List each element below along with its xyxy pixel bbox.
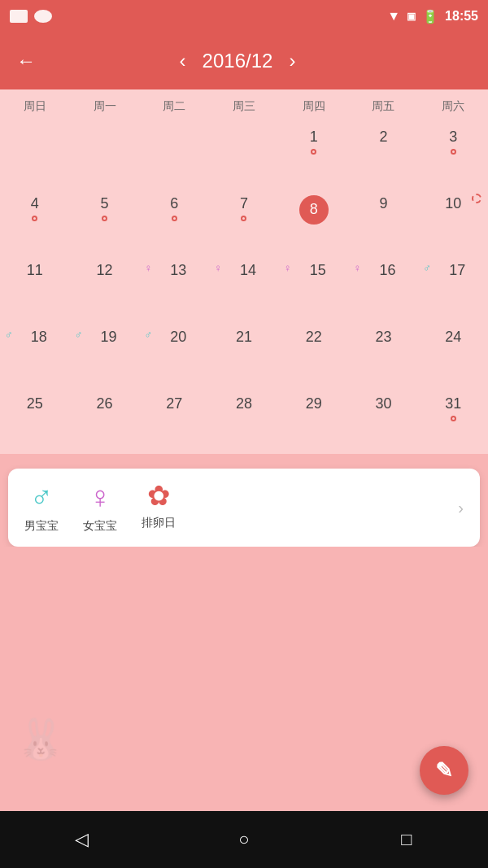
cal-cell-24[interactable]: 24 <box>418 321 488 387</box>
legend-arrow[interactable]: › <box>458 499 464 517</box>
cal-cell-13[interactable]: ♀ 13 <box>139 254 209 321</box>
cal-cell-2[interactable]: 2 <box>349 120 419 187</box>
cal-cell-21[interactable]: 21 <box>209 321 279 387</box>
date-11: 11 <box>27 262 43 280</box>
cal-cell-11[interactable]: 11 <box>0 254 70 321</box>
day-header-mon: 周一 <box>70 96 140 117</box>
date-21: 21 <box>236 329 252 347</box>
cal-cell-26[interactable]: 26 <box>70 387 140 454</box>
day-header-wed: 周三 <box>209 96 279 117</box>
female-icon-14: ♀ <box>214 262 222 274</box>
cal-cell-29[interactable]: 29 <box>279 387 349 454</box>
status-right: ▼ ▣ 🔋 18:55 <box>387 9 478 24</box>
cal-cell-18[interactable]: ♂ 18 <box>0 321 70 387</box>
calendar-header: ← ‹ 2016/12 › <box>0 33 488 89</box>
date-15: 15 <box>310 262 326 280</box>
date-3: 3 <box>449 129 457 146</box>
male-legend-label: 男宝宝 <box>24 519 59 534</box>
date-24: 24 <box>445 329 461 347</box>
female-icon-13: ♀ <box>144 262 152 274</box>
date-10: 10 <box>445 195 461 213</box>
status-icons <box>10 10 52 23</box>
cal-cell-16[interactable]: ♀ 16 <box>349 254 419 321</box>
male-legend-icon: ♂ <box>30 482 54 513</box>
back-nav-button[interactable]: ◁ <box>65 823 98 856</box>
legend-female[interactable]: ♀ 女宝宝 <box>83 482 117 534</box>
next-month-button[interactable]: › <box>289 50 295 72</box>
edit-icon: ✎ <box>435 758 453 783</box>
date-1: 1 <box>310 129 318 146</box>
prev-month-button[interactable]: ‹ <box>180 50 186 72</box>
app-icon <box>34 10 52 23</box>
cal-cell-23[interactable]: 23 <box>349 321 419 387</box>
dot-1 <box>311 149 316 155</box>
date-30: 30 <box>375 395 391 413</box>
female-legend-label: 女宝宝 <box>83 519 117 534</box>
cal-cell-5[interactable]: 5 <box>70 187 140 254</box>
dot-6 <box>172 216 177 221</box>
wifi-icon: ▼ <box>387 9 400 24</box>
date-2: 2 <box>379 129 387 146</box>
back-button[interactable]: ← <box>16 50 36 72</box>
cal-cell-14[interactable]: ♀ 14 <box>209 254 279 321</box>
dot-4 <box>32 216 37 221</box>
male-icon-18: ♂ <box>5 329 13 341</box>
cal-cell-27[interactable]: 27 <box>139 387 209 454</box>
date-26: 26 <box>97 395 113 413</box>
cal-cell-31[interactable]: 31 <box>418 387 488 454</box>
cal-cell-19[interactable]: ♂ 19 <box>70 321 140 387</box>
signal-icon: ▣ <box>407 11 416 22</box>
home-nav-button[interactable]: ○ <box>228 823 260 856</box>
time-display: 18:55 <box>445 9 478 24</box>
cal-cell-3[interactable]: 3 <box>418 120 488 187</box>
cal-cell-12[interactable]: 12 <box>70 254 140 321</box>
cal-cell-25[interactable]: 25 <box>0 387 70 454</box>
cal-cell-9[interactable]: 9 <box>349 187 419 254</box>
bottom-nav: ◁ ○ □ <box>0 811 488 868</box>
dot-3 <box>451 149 456 155</box>
legend-ovulation[interactable]: ✿ 排卵日 <box>142 482 176 534</box>
cal-cell-4[interactable]: 4 <box>0 187 70 254</box>
cal-cell-empty <box>209 120 279 187</box>
cal-cell-10[interactable]: 10 <box>418 187 488 254</box>
cal-cell-empty <box>0 120 70 187</box>
status-bar: ▼ ▣ 🔋 18:55 <box>0 0 488 33</box>
male-icon-20: ♂ <box>144 329 152 341</box>
cal-cell-15[interactable]: ♀ 15 <box>279 254 349 321</box>
cal-cell-17[interactable]: ♂ 17 <box>418 254 488 321</box>
watermark: 🐰 <box>16 717 65 762</box>
cal-cell-22[interactable]: 22 <box>279 321 349 387</box>
ovulation-legend-label: 排卵日 <box>142 516 176 530</box>
day-header-sat: 周六 <box>418 96 488 117</box>
photo-icon <box>10 10 28 23</box>
legend-items: ♂ 男宝宝 ♀ 女宝宝 ✿ 排卵日 <box>24 482 458 534</box>
cal-cell-30[interactable]: 30 <box>349 387 419 454</box>
date-19: 19 <box>101 329 117 347</box>
day-headers: 周日 周一 周二 周三 周四 周五 周六 <box>0 89 488 120</box>
dot-5 <box>102 216 107 221</box>
cal-cell-empty <box>70 120 140 187</box>
cal-cell-1[interactable]: 1 <box>279 120 349 187</box>
edit-fab[interactable]: ✎ <box>420 746 468 795</box>
date-28: 28 <box>236 395 252 413</box>
gear-dot-10 <box>472 194 481 203</box>
female-icon-15: ♀ <box>284 262 292 274</box>
day-header-sun: 周日 <box>0 96 70 117</box>
date-6: 6 <box>170 195 178 213</box>
ovulation-legend-icon: ✿ <box>147 482 170 509</box>
cal-cell-28[interactable]: 28 <box>209 387 279 454</box>
date-5: 5 <box>101 195 109 213</box>
female-icon-16: ♀ <box>354 262 362 274</box>
male-icon-19: ♂ <box>75 329 83 341</box>
date-12: 12 <box>97 262 113 280</box>
date-16: 16 <box>379 262 395 280</box>
date-4: 4 <box>31 195 39 213</box>
cal-cell-6[interactable]: 6 <box>139 187 209 254</box>
cal-cell-20[interactable]: ♂ 20 <box>139 321 209 387</box>
recent-nav-button[interactable]: □ <box>390 823 423 856</box>
dot-31 <box>451 416 456 421</box>
cal-cell-8[interactable]: 8 <box>279 187 349 254</box>
legend-male[interactable]: ♂ 男宝宝 <box>24 482 59 534</box>
cal-cell-7[interactable]: 7 <box>209 187 279 254</box>
date-20: 20 <box>170 329 186 347</box>
